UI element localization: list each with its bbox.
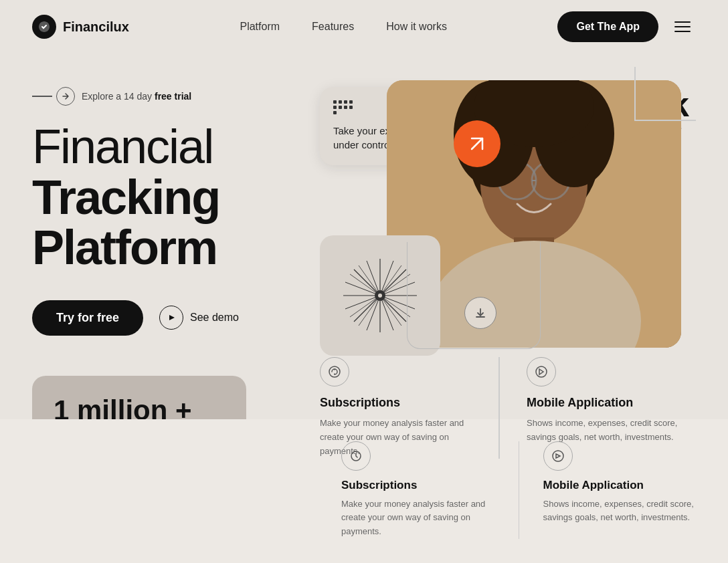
sub-title: Subscriptions (341, 479, 494, 492)
mob-desc: Shows income, expenses, credit score, sa… (543, 497, 697, 526)
svg-point-27 (536, 366, 547, 377)
see-demo-link[interactable]: See demo (159, 306, 239, 330)
trial-badge: Explore a 14 day free trial (32, 87, 320, 106)
get-app-button[interactable]: Get The App (557, 11, 658, 42)
try-free-button[interactable]: Try for free (32, 300, 143, 336)
hero-title: Financial Tracking Platform (32, 122, 320, 273)
stat-horizontal-line (634, 120, 696, 121)
mobile-title: Mobile Application (527, 396, 678, 410)
nav-features[interactable]: Features (312, 21, 354, 32)
svg-point-26 (329, 366, 340, 377)
bottom-features: Subscriptions Make your money analysis f… (328, 417, 728, 563)
trial-text: Explore a 14 day free trial (82, 91, 191, 102)
logo-icon (32, 15, 56, 39)
sub-icon (341, 441, 371, 471)
see-demo-label: See demo (190, 312, 239, 324)
sub-desc: Make your money analysis faster and crea… (341, 497, 494, 539)
play-icon (159, 306, 183, 330)
subscriptions-title: Subscriptions (320, 396, 472, 410)
svg-point-28 (553, 451, 563, 461)
nav-right: Get The App (557, 11, 696, 42)
trial-arrow-icon (56, 87, 75, 106)
sub-feature: Subscriptions Make your money analysis f… (341, 441, 519, 539)
menu-button[interactable] (669, 13, 696, 40)
menu-icon (674, 21, 691, 23)
subscriptions-icon (320, 357, 349, 386)
menu-icon (674, 26, 691, 27)
mobile-icon (527, 357, 556, 386)
nav-how-it-works[interactable]: How it works (386, 21, 447, 32)
orange-arrow-button[interactable] (454, 120, 500, 167)
trial-line (32, 87, 75, 106)
logo[interactable]: Financilux (32, 15, 129, 39)
mob-feature: Mobile Application Shows income, expense… (519, 441, 697, 539)
stat-vertical-line (634, 67, 636, 120)
svg-point-25 (378, 294, 382, 298)
brand-name: Financilux (63, 19, 129, 35)
expense-grid-icon (333, 100, 357, 114)
nav-platform[interactable]: Platform (240, 21, 280, 32)
menu-icon (674, 31, 691, 32)
navbar: Financilux Platform Features How it work… (0, 0, 728, 53)
mob-title: Mobile Application (543, 479, 697, 492)
dash-line (32, 96, 52, 97)
hero-actions: Try for free See demo (32, 300, 320, 336)
nav-links: Platform Features How it works (240, 21, 446, 33)
mob-icon (543, 441, 573, 471)
